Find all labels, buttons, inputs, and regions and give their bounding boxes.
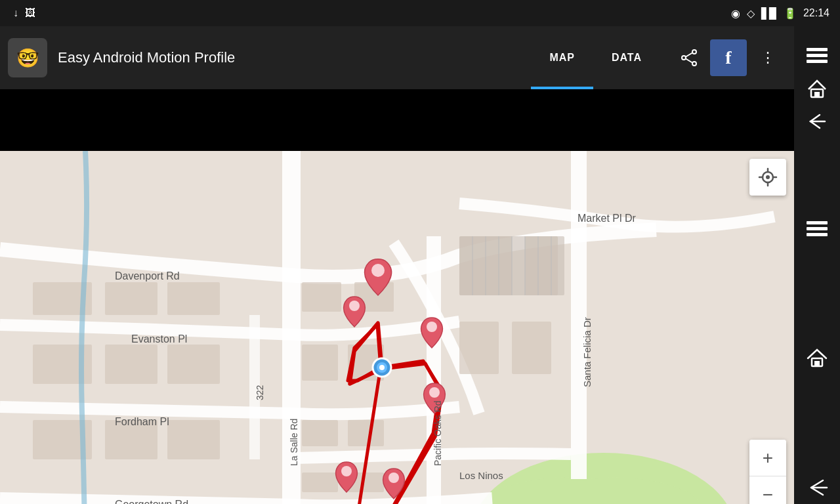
- image-icon: 🖼: [25, 7, 35, 19]
- back-nav-button[interactable]: [801, 105, 833, 138]
- home-nav-button[interactable]: [801, 72, 833, 105]
- svg-rect-27: [302, 345, 338, 381]
- zoom-out-button[interactable]: −: [749, 476, 786, 504]
- tab-data[interactable]: DATA: [593, 26, 660, 89]
- map-svg: Davenport Rd Evanston Pl Fordham Pl Geor…: [0, 151, 794, 504]
- location-icon: ◉: [731, 7, 740, 20]
- svg-point-52: [341, 466, 352, 476]
- nav-back-button[interactable]: [801, 471, 833, 504]
- nfc-icon: ◇: [747, 7, 755, 20]
- svg-rect-30: [348, 420, 384, 446]
- tab-map[interactable]: MAP: [531, 26, 593, 89]
- svg-rect-18: [167, 282, 220, 315]
- status-left-icons: ↓ 🖼: [10, 7, 35, 19]
- svg-line-4: [686, 59, 692, 63]
- app-bar: 🤓 Easy Android Motion Profile MAP DATA: [0, 26, 794, 89]
- svg-rect-36: [512, 322, 551, 374]
- map-area[interactable]: Davenport Rd Evanston Pl Fordham Pl Geor…: [0, 151, 794, 504]
- battery-icon: 🔋: [784, 7, 797, 20]
- svg-point-53: [388, 472, 399, 483]
- tab-container: MAP DATA: [531, 26, 660, 89]
- status-right-icons: ◉ ◇ ▋▉ 🔋 22:14: [731, 7, 830, 20]
- svg-text:Davenport Rd: Davenport Rd: [115, 270, 180, 282]
- signal-icon: ▋▉: [761, 7, 777, 20]
- svg-rect-73: [807, 227, 828, 230]
- svg-point-2: [682, 56, 686, 60]
- svg-point-50: [427, 322, 437, 332]
- svg-text:Santa Felicia Dr: Santa Felicia Dr: [581, 317, 593, 387]
- svg-rect-21: [167, 345, 220, 384]
- svg-text:Georgetown Rd: Georgetown Rd: [115, 499, 188, 504]
- facebook-button[interactable]: f: [710, 39, 747, 76]
- svg-rect-31: [302, 472, 338, 492]
- app-title: Easy Android Motion Profile: [58, 49, 531, 66]
- svg-rect-35: [459, 322, 499, 374]
- svg-point-1: [692, 62, 696, 66]
- svg-rect-17: [105, 282, 158, 315]
- svg-rect-25: [302, 282, 341, 312]
- menu-nav-button[interactable]: [801, 39, 833, 72]
- svg-rect-6: [807, 54, 828, 57]
- svg-rect-9: [814, 92, 820, 97]
- svg-point-0: [692, 50, 696, 54]
- app-actions: f ⋮: [671, 37, 786, 79]
- nav-home-button[interactable]: [801, 342, 833, 375]
- svg-text:322: 322: [255, 385, 265, 400]
- side-nav: [794, 26, 840, 151]
- svg-rect-74: [807, 233, 828, 236]
- status-bar: ↓ 🖼 ◉ ◇ ▋▉ 🔋 22:14: [0, 0, 840, 26]
- svg-rect-72: [807, 221, 828, 224]
- zoom-controls: + −: [749, 440, 786, 504]
- more-button[interactable]: ⋮: [749, 37, 786, 79]
- svg-point-71: [766, 175, 770, 179]
- zoom-in-button[interactable]: +: [749, 440, 786, 476]
- app-logo: 🤓: [8, 38, 47, 77]
- main-area: Davenport Rd Evanston Pl Fordham Pl Geor…: [0, 151, 840, 504]
- svg-text:Los Ninos: Los Ninos: [459, 470, 503, 481]
- svg-point-46: [349, 301, 360, 311]
- svg-rect-7: [807, 60, 828, 63]
- svg-point-45: [371, 264, 385, 277]
- svg-text:La Salle Rd: La Salle Rd: [289, 419, 299, 466]
- svg-text:Pacific Oaks Rd: Pacific Oaks Rd: [432, 400, 443, 466]
- svg-point-49: [379, 365, 385, 370]
- svg-text:Evanston Pl: Evanston Pl: [131, 333, 187, 345]
- svg-rect-20: [105, 345, 158, 384]
- nav-menu-button[interactable]: [801, 213, 833, 245]
- download-icon: ↓: [13, 7, 18, 19]
- share-button[interactable]: [671, 37, 707, 79]
- time-display: 22:14: [803, 7, 830, 19]
- svg-rect-76: [814, 361, 820, 366]
- location-button[interactable]: [749, 159, 786, 196]
- svg-point-51: [429, 387, 440, 398]
- svg-text:Market Pl Dr: Market Pl Dr: [578, 213, 637, 224]
- svg-rect-24: [167, 420, 220, 459]
- svg-line-3: [686, 53, 692, 57]
- svg-rect-5: [807, 48, 828, 51]
- svg-rect-29: [302, 420, 338, 446]
- svg-rect-14: [571, 151, 587, 479]
- side-nav-panel: [794, 151, 840, 504]
- svg-text:Fordham Pl: Fordham Pl: [115, 416, 169, 427]
